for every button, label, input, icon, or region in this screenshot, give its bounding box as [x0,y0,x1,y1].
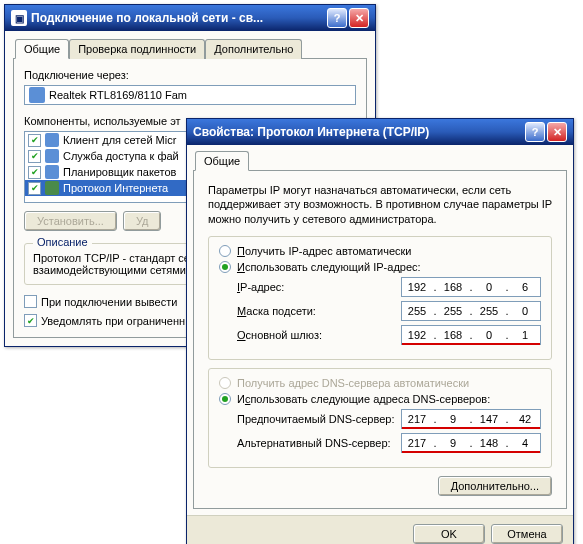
radio-icon[interactable] [219,261,231,273]
cancel-button[interactable]: Отмена [491,524,563,544]
install-button[interactable]: Установить... [24,211,117,231]
description-group-label: Описание [33,236,92,248]
tab-general[interactable]: Общие [15,39,69,59]
checkbox-icon[interactable]: ✔ [24,314,37,327]
titlebar[interactable]: Свойства: Протокол Интернета (TCP/IP) ? … [187,119,573,145]
ip-address-input[interactable]: 192. 168. 0. 6 [401,277,541,297]
tab-authentication[interactable]: Проверка подлинности [69,39,205,59]
remove-button[interactable]: Уд [123,211,162,231]
help-button[interactable]: ? [327,8,347,28]
dns2-input[interactable]: 217. 9. 148. 4 [401,433,541,453]
checkbox-icon[interactable]: ✔ [28,166,41,179]
subnet-mask-input[interactable]: 255. 255. 255. 0 [401,301,541,321]
gateway-label: Основной шлюз: [237,329,401,341]
dialog-buttons: OK Отмена [187,515,573,544]
checkbox-icon[interactable]: ✔ [28,134,41,147]
radio-label: Получить IP-адрес автоматически [237,245,411,257]
close-button[interactable]: ✕ [547,122,567,142]
adapter-name: Realtek RTL8169/8110 Fam [49,89,187,101]
checkbox-icon[interactable] [24,295,37,308]
tabs: Общие [193,151,567,171]
radio-manual-dns[interactable]: Использовать следующие адреса DNS-сервер… [219,393,541,405]
client-icon [45,133,59,147]
component-label: Планировщик пакетов [63,166,176,178]
dns1-input[interactable]: 217. 9. 147. 42 [401,409,541,429]
help-button[interactable]: ? [525,122,545,142]
dns2-label: Альтернативный DNS-сервер: [237,437,401,449]
component-label: Клиент для сетей Micr [63,134,176,146]
radio-manual-ip[interactable]: Использовать следующий IP-адрес: [219,261,541,273]
window-title: Свойства: Протокол Интернета (TCP/IP) [193,125,525,139]
radio-label: Использовать следующие адреса DNS-сервер… [237,393,490,405]
scheduler-icon [45,165,59,179]
titlebar[interactable]: ▣ Подключение по локальной сети - св... … [5,5,375,31]
dns-settings-group: Получить адрес DNS-сервера автоматически… [208,368,552,468]
component-label: Протокол Интернета [63,182,168,194]
radio-icon[interactable] [219,245,231,257]
radio-icon [219,377,231,389]
service-icon [45,149,59,163]
lan-icon: ▣ [11,10,27,26]
tab-advanced[interactable]: Дополнительно [205,39,302,59]
protocol-icon [45,181,59,195]
advanced-button[interactable]: Дополнительно... [438,476,552,496]
radio-auto-ip[interactable]: Получить IP-адрес автоматически [219,245,541,257]
ok-button[interactable]: OK [413,524,485,544]
check-label: При подключении вывести [41,296,177,308]
window-title: Подключение по локальной сети - св... [31,11,327,25]
ip-address-label: IP-адрес: [237,281,401,293]
close-button[interactable]: ✕ [349,8,369,28]
adapter-icon [29,87,45,103]
adapter-dropdown[interactable]: Realtek RTL8169/8110 Fam [24,85,356,105]
checkbox-icon[interactable]: ✔ [28,182,41,195]
component-label: Служба доступа к фай [63,150,179,162]
radio-auto-dns: Получить адрес DNS-сервера автоматически [219,377,541,389]
info-text: Параметры IP могут назначаться автоматич… [208,183,552,226]
tab-general[interactable]: Общие [195,151,249,171]
radio-icon[interactable] [219,393,231,405]
dns1-label: Предпочитаемый DNS-сервер: [237,413,401,425]
tabs: Общие Проверка подлинности Дополнительно [13,39,367,59]
radio-label: Получить адрес DNS-сервера автоматически [237,377,469,389]
ip-settings-group: Получить IP-адрес автоматически Использо… [208,236,552,360]
checkbox-icon[interactable]: ✔ [28,150,41,163]
tab-panel-general: Параметры IP могут назначаться автоматич… [193,170,567,509]
connect-via-label: Подключение через: [24,69,356,81]
gateway-input[interactable]: 192. 168. 0. 1 [401,325,541,345]
radio-label: Использовать следующий IP-адрес: [237,261,421,273]
subnet-mask-label: Маска подсети: [237,305,401,317]
tcpip-properties-window: Свойства: Протокол Интернета (TCP/IP) ? … [186,118,574,544]
